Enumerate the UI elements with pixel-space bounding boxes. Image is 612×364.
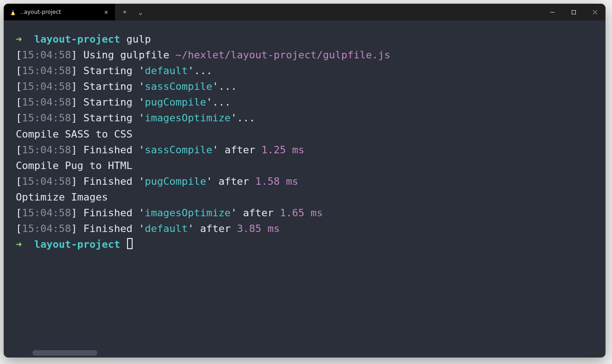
timestamp: 15:04:58	[22, 49, 71, 61]
log-line: Compile SASS to CSS	[16, 126, 593, 142]
quote: '	[139, 223, 145, 234]
svg-point-5	[13, 11, 14, 11]
terminal-body[interactable]: ➜ layout-project gulp [15:04:58] Using g…	[4, 20, 606, 358]
log-label: Starting	[83, 65, 139, 76]
prompt-arrow-icon: ➜	[16, 33, 22, 45]
quote: '	[139, 81, 145, 92]
quote: '	[139, 207, 145, 219]
bracket: [	[16, 96, 22, 108]
prompt-cwd: layout-project	[34, 238, 120, 250]
quote: '	[188, 223, 194, 234]
task-name: default	[145, 65, 188, 76]
cursor-icon	[127, 238, 133, 249]
quote: '	[212, 81, 218, 92]
tab-controls: ＋ ⌄	[115, 4, 147, 20]
log-line: [15:04:58] Starting 'imagesOptimize'...	[16, 110, 593, 126]
bracket: [	[16, 176, 22, 187]
duration: 1.58 ms	[255, 176, 299, 187]
log-line: [15:04:58] Finished 'sassCompile' after …	[16, 142, 593, 158]
task-name: sassCompile	[145, 144, 212, 156]
quote: '	[139, 176, 145, 187]
quote: '	[139, 96, 145, 108]
bracket: ]	[71, 96, 83, 108]
svg-point-4	[13, 11, 13, 11]
titlebar[interactable]: ..ayout-project × ＋ ⌄	[4, 4, 606, 20]
dots: ...	[194, 65, 212, 76]
quote: '	[212, 144, 218, 156]
log-line: Optimize Images	[16, 189, 593, 205]
prompt-command: gulp	[126, 33, 151, 45]
log-line: [15:04:58] Using gulpfile ~/hexlet/layou…	[16, 47, 593, 63]
svg-point-1	[12, 12, 14, 15]
bracket: [	[16, 65, 22, 76]
prompt-cwd: layout-project	[34, 33, 120, 45]
bracket: [	[16, 223, 22, 234]
gulpfile-path: ~/hexlet/layout-project/gulpfile.js	[175, 49, 390, 61]
log-line: [15:04:58] Starting 'pugCompile'...	[16, 94, 593, 110]
prompt-line: ➜ layout-project	[16, 237, 593, 252]
bracket: ]	[71, 81, 83, 92]
duration: 1.65 ms	[280, 207, 323, 219]
dots: ...	[237, 112, 255, 124]
close-window-button[interactable]	[584, 4, 606, 20]
prompt-line: ➜ layout-project gulp	[16, 31, 593, 47]
log-line: Compile Pug to HTML	[16, 158, 593, 174]
after-text: after	[194, 223, 237, 234]
tab-dropdown-button[interactable]: ⌄	[134, 4, 147, 20]
duration: 1.25 ms	[261, 144, 305, 156]
quote: '	[188, 65, 194, 76]
quote: '	[206, 96, 212, 108]
after-text: after	[237, 207, 280, 219]
bracket: [	[16, 49, 22, 61]
log-label: Starting	[83, 81, 139, 92]
task-name: pugCompile	[145, 96, 206, 108]
log-output: [15:04:58] Using gulpfile ~/hexlet/layou…	[16, 47, 593, 237]
timestamp: 15:04:58	[22, 65, 71, 76]
bracket: ]	[71, 49, 83, 61]
bracket: ]	[71, 223, 83, 234]
horizontal-scrollbar-thumb[interactable]	[32, 350, 97, 356]
maximize-button[interactable]	[563, 4, 584, 20]
timestamp: 15:04:58	[22, 144, 71, 156]
log-label: Finished	[83, 223, 139, 234]
log-label: Starting	[83, 112, 139, 124]
new-tab-button[interactable]: ＋	[118, 4, 132, 20]
after-text: after	[218, 144, 261, 156]
log-text: Compile Pug to HTML	[16, 160, 133, 171]
titlebar-drag-area[interactable]	[147, 4, 542, 20]
svg-rect-6	[572, 10, 575, 14]
timestamp: 15:04:58	[22, 81, 71, 92]
tab-close-button[interactable]: ×	[102, 8, 110, 16]
quote: '	[231, 112, 237, 124]
quote: '	[139, 144, 145, 156]
bracket: ]	[71, 176, 83, 187]
task-name: default	[145, 223, 188, 234]
minimize-button[interactable]	[542, 4, 563, 20]
bracket: [	[16, 207, 22, 219]
timestamp: 15:04:58	[22, 96, 71, 108]
log-line: [15:04:58] Starting 'sassCompile'...	[16, 79, 593, 94]
horizontal-scrollbar-track[interactable]	[6, 350, 603, 356]
bracket: ]	[71, 65, 83, 76]
log-text: Optimize Images	[16, 191, 108, 203]
dots: ...	[218, 81, 237, 92]
window-controls	[542, 4, 606, 20]
bracket: [	[16, 112, 22, 124]
log-label: Finished	[83, 144, 139, 156]
quote: '	[139, 65, 145, 76]
tab-active[interactable]: ..ayout-project ×	[4, 4, 115, 20]
bracket: [	[16, 81, 22, 92]
bracket: [	[16, 144, 22, 156]
task-name: imagesOptimize	[145, 207, 230, 219]
log-text: Using gulpfile	[83, 49, 176, 61]
timestamp: 15:04:58	[22, 207, 71, 219]
log-label: Starting	[83, 96, 139, 108]
tab-title: ..ayout-project	[20, 9, 98, 15]
quote: '	[139, 112, 145, 124]
quote: '	[231, 207, 237, 219]
log-line: [15:04:58] Finished 'default' after 3.85…	[16, 221, 593, 237]
task-name: imagesOptimize	[145, 112, 230, 124]
log-line: [15:04:58] Finished 'imagesOptimize' aft…	[16, 205, 593, 221]
quote: '	[206, 176, 212, 187]
bracket: ]	[71, 144, 83, 156]
